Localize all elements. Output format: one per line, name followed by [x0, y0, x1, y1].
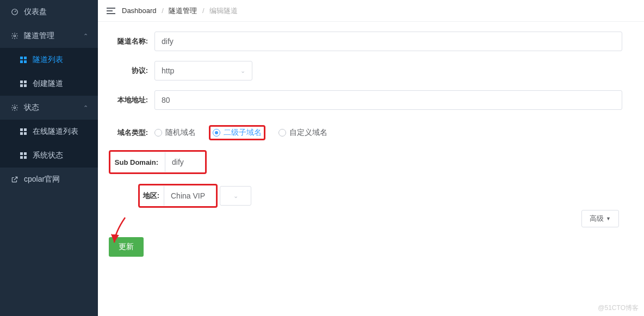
highlight-region-field: 地区: [138, 184, 218, 208]
advanced-label: 高级 [590, 214, 604, 224]
advanced-button[interactable]: 高级 ▼ [581, 210, 619, 227]
chevron-up-icon: ⌃ [83, 33, 88, 40]
sidebar-item-online-tunnels[interactable]: 在线隧道列表 [0, 120, 98, 144]
sidebar-item-label: 状态 [24, 103, 39, 113]
sidebar-item-tunnel-list[interactable]: 隧道列表 [0, 48, 98, 72]
domain-type-radios: 随机域名 二级子域名 自定义域名 [154, 125, 327, 140]
region-dropdown-toggle[interactable]: ⌄ [220, 186, 251, 206]
protocol-select[interactable]: http ⌄ [154, 61, 252, 80]
radio-circle-icon [154, 129, 162, 137]
breadcrumb: Dashboard / 隧道管理 / 编辑隧道 [122, 6, 238, 16]
sidebar-item-label: 创建隧道 [33, 79, 63, 89]
domain-type-label: 域名类型: [109, 128, 154, 138]
grid-icon [20, 152, 27, 159]
radio-label: 二级子域名 [224, 128, 262, 138]
chevron-up-icon: ⌃ [83, 104, 88, 111]
local-addr-label: 本地地址: [109, 95, 154, 105]
crumb-sep: / [202, 7, 205, 15]
gear-icon [11, 104, 18, 111]
crumb-sep: / [162, 7, 164, 15]
sidebar-item-create-tunnel[interactable]: 创建隧道 [0, 72, 98, 96]
watermark: @51CTO博客 [598, 303, 639, 313]
sidebar-item-label: 在线隧道列表 [33, 127, 78, 137]
radio-subdomain[interactable]: 二级子域名 [213, 128, 262, 138]
chevron-down-icon: ⌄ [233, 193, 238, 200]
chevron-down-icon: ⌄ [240, 67, 245, 75]
radio-random-domain[interactable]: 随机域名 [154, 128, 196, 138]
protocol-label: 协议: [109, 66, 154, 76]
gauge-icon [11, 8, 18, 16]
sidebar-item-label: 仪表盘 [24, 7, 47, 17]
menu-toggle-icon[interactable] [107, 8, 115, 14]
crumb-root[interactable]: Dashboard [122, 7, 157, 15]
sidebar-item-label: 隧道列表 [33, 55, 63, 65]
sidebar-item-dashboard[interactable]: 仪表盘 [0, 0, 98, 24]
sidebar-group-tunnel[interactable]: 隧道管理 ⌃ [0, 24, 98, 48]
local-addr-input[interactable] [154, 90, 622, 110]
radio-circle-icon [278, 129, 286, 137]
sidebar: 仪表盘 隧道管理 ⌃ 隧道列表 创建隧道 状态 ⌃ 在线隧道列表 [0, 0, 98, 316]
external-link-icon [11, 176, 18, 183]
grid-icon [20, 80, 27, 88]
grid-icon [20, 128, 27, 135]
tunnel-name-label: 隧道名称: [109, 36, 154, 46]
grid-icon [20, 56, 27, 64]
subdomain-input[interactable] [165, 152, 205, 172]
subdomain-label: Sub Domain: [110, 158, 165, 166]
crumb-mid[interactable]: 隧道管理 [169, 7, 197, 15]
main: Dashboard / 隧道管理 / 编辑隧道 隧道名称: 协议: http ⌄ [98, 0, 644, 316]
sidebar-group-status[interactable]: 状态 ⌃ [0, 96, 98, 120]
caret-down-icon: ▼ [606, 216, 611, 221]
sidebar-item-system-status[interactable]: 系统状态 [0, 144, 98, 168]
crumb-leaf: 编辑隧道 [209, 7, 238, 15]
highlight-subdomain-option: 二级子域名 [209, 125, 265, 140]
radio-circle-icon [213, 129, 220, 137]
submit-button[interactable]: 更新 [109, 237, 144, 257]
form: 隧道名称: 协议: http ⌄ 本地地址: 域名类型: 随 [98, 22, 644, 257]
gear-icon [11, 32, 18, 40]
svg-point-2 [14, 107, 16, 109]
tunnel-name-input[interactable] [154, 32, 622, 51]
topbar: Dashboard / 隧道管理 / 编辑隧道 [98, 0, 644, 22]
radio-label: 随机域名 [165, 128, 196, 138]
sidebar-item-label: 系统状态 [33, 151, 63, 160]
radio-label: 自定义域名 [289, 128, 327, 138]
sidebar-item-label: 隧道管理 [24, 31, 54, 41]
region-label: 地区: [140, 191, 164, 201]
highlight-subdomain-field: Sub Domain: [109, 150, 207, 174]
sidebar-item-label: cpolar官网 [24, 175, 60, 184]
sidebar-item-cpolar-site[interactable]: cpolar官网 [0, 168, 98, 191]
svg-point-1 [14, 35, 16, 37]
region-input[interactable] [164, 186, 216, 206]
radio-custom-domain[interactable]: 自定义域名 [278, 128, 327, 138]
protocol-value: http [162, 66, 174, 75]
